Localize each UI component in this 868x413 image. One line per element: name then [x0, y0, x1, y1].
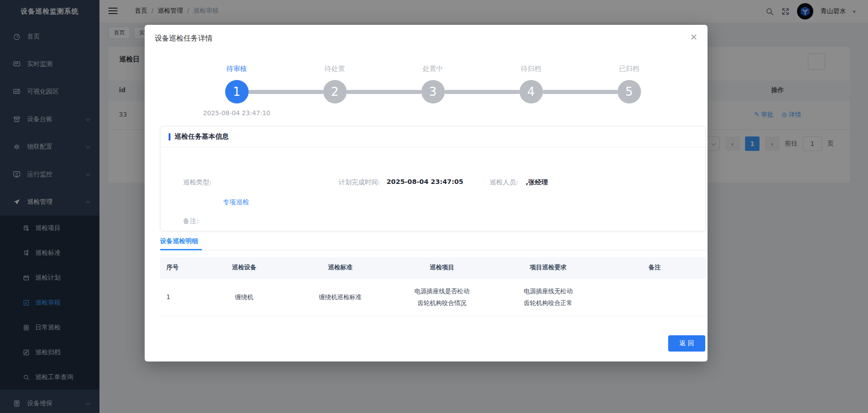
- step-circle: 3: [421, 80, 445, 103]
- close-icon[interactable]: ×: [690, 32, 698, 41]
- step-circle: 2: [323, 80, 347, 103]
- cell-device: 缠绕机: [199, 278, 289, 316]
- plan-time-value: 2025-08-04 23:47:05: [387, 178, 463, 185]
- step-pending-archive: 待归档 4: [482, 65, 580, 117]
- task-detail-modal: 设备巡检任务详情 × 待审核 1 2025-08-04 23:47:10 待处置…: [145, 25, 708, 361]
- step-circle: 5: [618, 80, 641, 103]
- step-pending-review: 待审核 1 2025-08-04 23:47:10: [188, 65, 286, 117]
- col-note: 备注: [604, 257, 706, 278]
- cell-item: 电源插座线是否松动齿轮机构咬合情况: [391, 278, 493, 316]
- remark-label: 备注:: [183, 217, 198, 225]
- col-item: 巡检项目: [391, 257, 493, 278]
- cell-standard: 缠绕机巡检标准: [289, 278, 391, 316]
- section-accent-bar: [169, 133, 170, 141]
- cell-note: [604, 278, 706, 316]
- plan-time-label: 计划完成时间:: [339, 178, 380, 187]
- status-stepper: 待审核 1 2025-08-04 23:47:10 待处置 2 处置中 3 待归…: [188, 65, 678, 117]
- step-circle: 4: [519, 80, 543, 103]
- basic-info-card: 巡检任务基本信息 巡检类型: 计划完成时间: 2025-08-04 23:47:…: [160, 126, 706, 231]
- step-archived: 已归档 5: [580, 65, 678, 117]
- step-handling: 处置中 3: [384, 65, 482, 117]
- col-device: 巡检设备: [199, 257, 289, 278]
- col-standard: 巡检标准: [289, 257, 391, 278]
- staff-value: ,张经理: [526, 178, 548, 187]
- back-button[interactable]: 返回: [668, 335, 705, 352]
- tab-active-underline: [160, 249, 202, 250]
- tab-device-inspection-detail[interactable]: 设备巡检明细: [160, 237, 198, 245]
- col-seq: 序号: [160, 257, 199, 278]
- col-requirement: 项目巡检要求: [493, 257, 604, 278]
- table-row: 1 缠绕机 缠绕机巡检标准 电源插座线是否松动齿轮机构咬合情况 电源插座线无松动…: [160, 278, 706, 316]
- type-value-link[interactable]: 专项巡检: [223, 198, 249, 206]
- cell-requirement: 电源插座线无松动齿轮机构咬合正常: [493, 278, 604, 316]
- cell-seq: 1: [160, 278, 199, 316]
- modal-title: 设备巡检任务详情: [155, 34, 212, 43]
- basic-info-title: 巡检任务基本信息: [175, 132, 229, 141]
- step-pending-handle: 待处置 2: [286, 65, 384, 117]
- step-circle: 1: [225, 80, 249, 103]
- tab-divider: [160, 250, 706, 250]
- inspection-detail-table: 序号 巡检设备 巡检标准 巡检项目 项目巡检要求 备注 1 缠绕机 缠绕机巡检标…: [160, 257, 706, 316]
- staff-label: 巡检人员:: [490, 178, 518, 187]
- step-time: 2025-08-04 23:47:10: [188, 109, 286, 117]
- type-label: 巡检类型:: [183, 178, 212, 187]
